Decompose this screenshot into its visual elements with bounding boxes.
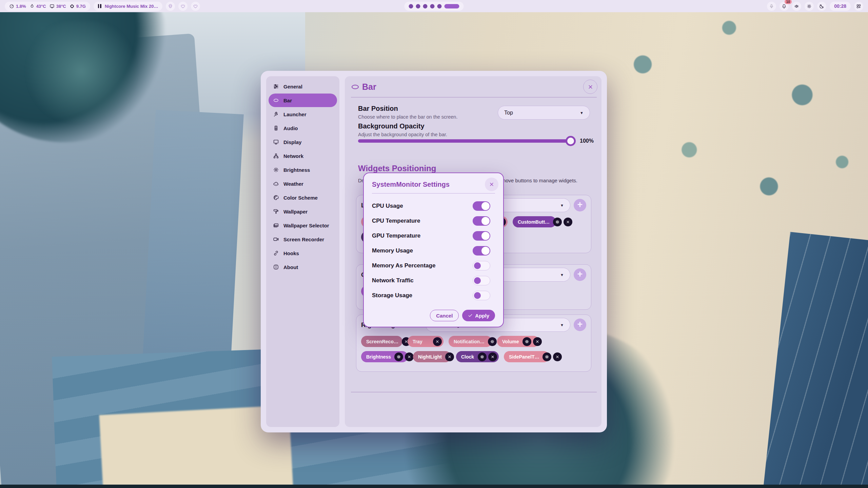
chip-label: Tray bbox=[413, 339, 422, 344]
skull-button[interactable] bbox=[166, 2, 175, 11]
chip-settings-button[interactable] bbox=[488, 337, 497, 346]
opacity-slider[interactable] bbox=[358, 139, 574, 143]
widget-chip-nightlight[interactable]: NightLight bbox=[413, 351, 451, 362]
workspace-dot[interactable] bbox=[430, 4, 435, 8]
sidebar-item-brightness[interactable]: Brightness bbox=[269, 163, 337, 177]
chip-settings-button[interactable] bbox=[394, 352, 403, 361]
sidebar-item-hooks[interactable]: Hooks bbox=[269, 246, 337, 260]
window-close-button[interactable] bbox=[583, 80, 597, 94]
sidebar-item-color-scheme[interactable]: Color Scheme bbox=[269, 191, 337, 204]
gear-icon bbox=[490, 339, 495, 344]
chip-remove-button[interactable] bbox=[445, 352, 454, 361]
memory-as-percentage-toggle[interactable] bbox=[473, 261, 490, 270]
workspace-dot[interactable] bbox=[437, 4, 442, 8]
slider-knob[interactable] bbox=[566, 136, 576, 146]
video-camera-icon bbox=[273, 236, 279, 242]
divider bbox=[351, 97, 597, 98]
sidebar-item-network[interactable]: Network bbox=[269, 149, 337, 163]
chip-remove-button[interactable] bbox=[553, 352, 562, 361]
sidebar-item-wallpaper[interactable]: Wallpaper bbox=[269, 205, 337, 218]
brightness-button[interactable] bbox=[805, 2, 814, 11]
bar-oval-icon bbox=[273, 97, 279, 103]
chip-label: CustomButt… bbox=[518, 219, 550, 225]
widget-chip-custombutton[interactable]: CustomButt… bbox=[513, 216, 556, 227]
widget-chip-sidepanel[interactable]: SidePanelT… bbox=[504, 351, 549, 362]
sidebar-item-bar[interactable]: Bar bbox=[269, 94, 337, 107]
sidebar-item-display[interactable]: Display bbox=[269, 135, 337, 149]
toggle-label: GPU Temperature bbox=[372, 232, 420, 239]
sidebar-item-label: Weather bbox=[283, 181, 303, 187]
volume-icon bbox=[794, 4, 799, 9]
volume-button[interactable] bbox=[792, 2, 801, 11]
network-traffic-toggle[interactable] bbox=[473, 276, 490, 285]
memory-stat: 9.7G bbox=[70, 4, 86, 9]
sidebar-item-label: Bar bbox=[283, 98, 292, 103]
chip-remove-button[interactable] bbox=[433, 337, 442, 346]
chip-label: NightLight bbox=[418, 354, 442, 360]
cpu-usage-toggle[interactable] bbox=[473, 201, 490, 211]
rocket-icon bbox=[273, 111, 279, 117]
close-icon bbox=[435, 339, 440, 344]
workspace-dot[interactable] bbox=[416, 4, 420, 8]
workspace-dot[interactable] bbox=[409, 4, 413, 8]
heart-icon bbox=[193, 4, 198, 9]
widget-chip-tray[interactable]: Tray bbox=[408, 336, 443, 347]
info-icon bbox=[273, 264, 279, 270]
sidebar-item-wallpaper-selector[interactable]: Wallpaper Selector bbox=[269, 219, 337, 232]
widget-chip-notification[interactable]: Notification… bbox=[449, 336, 492, 347]
clock-pill[interactable]: 00:28 bbox=[830, 2, 851, 11]
sidebar-item-launcher[interactable]: Launcher bbox=[269, 107, 337, 121]
workspace-dot[interactable] bbox=[423, 4, 428, 8]
add-widget-button[interactable]: + bbox=[574, 268, 586, 281]
settings-sidebar: General Bar Launcher Audio Display Netwo… bbox=[266, 76, 339, 427]
favorite-button[interactable] bbox=[178, 2, 188, 11]
bar-position-value: Top bbox=[504, 110, 513, 116]
chip-remove-button[interactable] bbox=[488, 352, 497, 361]
media-player-pill[interactable]: Nightcore Music Mix 20… bbox=[94, 2, 162, 11]
gpu-temperature-toggle[interactable] bbox=[473, 231, 490, 241]
sidebar-item-weather[interactable]: Weather bbox=[269, 177, 337, 190]
chip-settings-button[interactable] bbox=[542, 352, 551, 361]
add-widget-button[interactable]: + bbox=[574, 199, 586, 211]
notifications-button[interactable]: 10 bbox=[780, 2, 789, 11]
workspace-active[interactable] bbox=[445, 4, 459, 8]
night-light-button[interactable] bbox=[817, 2, 826, 11]
chip-remove-button[interactable] bbox=[405, 352, 414, 361]
favorite-button-2[interactable] bbox=[191, 2, 200, 11]
widget-chip-volume[interactable]: Volume bbox=[497, 336, 539, 347]
storage-usage-toggle[interactable] bbox=[473, 291, 490, 300]
sidebar-item-general[interactable]: General bbox=[269, 80, 337, 93]
gear-icon bbox=[525, 339, 529, 344]
cancel-button[interactable]: Cancel bbox=[430, 310, 459, 321]
speaker-icon bbox=[273, 125, 279, 131]
apply-button[interactable]: Apply bbox=[462, 310, 495, 321]
widget-chip-clock[interactable]: Clock bbox=[456, 351, 499, 362]
divider bbox=[351, 392, 597, 392]
chip-label: Notification… bbox=[454, 339, 485, 344]
modal-close-button[interactable] bbox=[485, 178, 498, 191]
memory-usage-toggle[interactable] bbox=[473, 246, 490, 256]
widget-chip-brightness[interactable]: Brightness bbox=[361, 351, 408, 362]
sidebar-item-screen-recorder[interactable]: Screen Recorder bbox=[269, 232, 337, 246]
chip-settings-button[interactable] bbox=[478, 352, 487, 361]
bar-position-dropdown[interactable]: Top ▼ bbox=[498, 106, 590, 120]
chip-remove-button[interactable] bbox=[564, 218, 572, 226]
sidebar-item-about[interactable]: About bbox=[269, 260, 337, 274]
sidebar-item-label: Display bbox=[283, 139, 301, 145]
add-widget-button[interactable]: + bbox=[574, 319, 586, 331]
topbar-right: 10 00:28 bbox=[767, 2, 863, 11]
widget-chip-screenrecorder[interactable]: ScreenReco… bbox=[361, 336, 402, 347]
skull-icon bbox=[168, 4, 173, 9]
chip-settings-button[interactable] bbox=[553, 218, 562, 226]
monitor-icon bbox=[50, 4, 55, 9]
toggle-row-cpu-usage: CPU Usage bbox=[372, 201, 490, 211]
sidebar-item-audio[interactable]: Audio bbox=[269, 121, 337, 135]
system-monitor-pill[interactable]: 1.8% 43°C 38°C 9.7G bbox=[5, 2, 90, 11]
chip-remove-button[interactable] bbox=[533, 337, 542, 346]
sidebar-item-label: About bbox=[283, 264, 298, 270]
cpu-temperature-toggle[interactable] bbox=[473, 216, 490, 226]
mic-button[interactable] bbox=[767, 2, 776, 11]
chip-settings-button[interactable] bbox=[522, 337, 531, 346]
cpu-temp-stat: 43°C bbox=[29, 4, 46, 9]
dashboard-button[interactable] bbox=[854, 2, 863, 11]
